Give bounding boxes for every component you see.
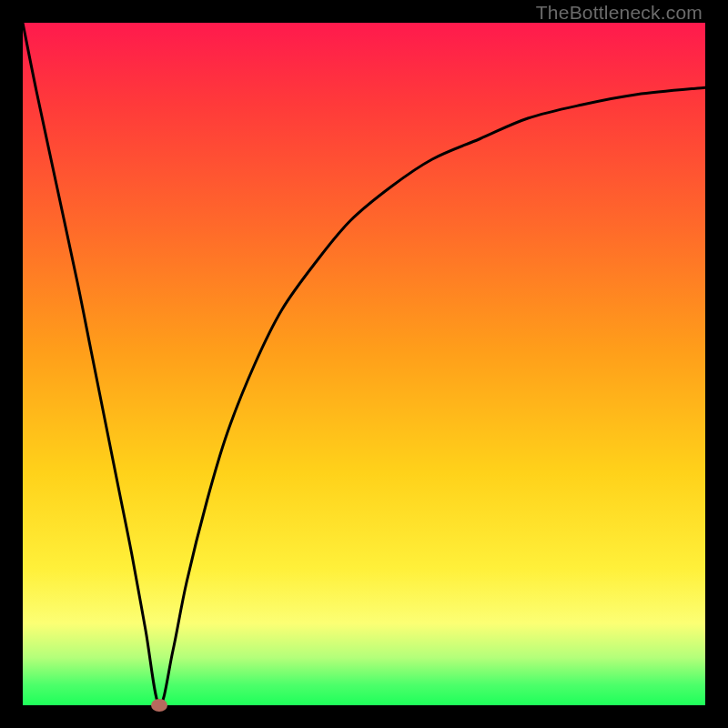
watermark-text: TheBottleneck.com (536, 2, 703, 24)
bottleneck-curve (23, 23, 705, 705)
chart-frame (23, 23, 705, 705)
minimum-marker (151, 699, 167, 712)
